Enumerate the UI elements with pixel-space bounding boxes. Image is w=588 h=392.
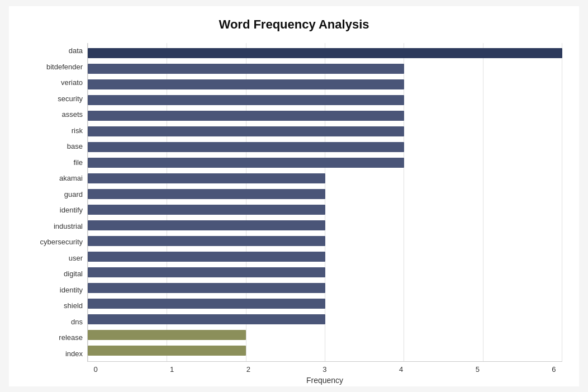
y-label-security: security [26,91,83,106]
x-tick-6: 6 [546,365,562,374]
bar-index [88,346,246,356]
bar-data [88,48,562,58]
bar-digital [88,267,325,277]
bar-shield [88,299,325,309]
chart-container: Word Frequency Analysis databitdefenderv… [9,6,579,386]
bar-row-file [88,157,562,169]
y-axis: databitdefenderveriatosecurityassetsrisk… [26,43,87,362]
y-label-identify: identify [26,203,83,218]
bar-row-industrial [88,219,562,232]
y-label-user: user [26,251,83,265]
y-label-cybersecurity: cybersecurity [26,235,83,249]
bar-veriato [88,79,404,89]
chart-title: Word Frequency Analysis [26,17,562,32]
y-label-digital: digital [26,267,83,281]
bar-security [88,95,404,105]
bar-row-security [88,94,562,106]
bar-identify [88,205,325,215]
x-axis-title: Frequency [87,376,562,385]
y-label-risk: risk [26,123,83,138]
bar-row-shield [88,297,562,310]
bar-row-dns [88,313,562,325]
bar-row-user [88,251,562,263]
bar-row-identify [88,204,562,216]
bars-wrapper [88,43,562,361]
bar-risk [88,126,404,136]
bar-bitdefender [88,64,404,74]
y-label-bitdefender: bitdefender [26,59,83,74]
bar-user [88,252,325,262]
bar-assets [88,111,404,121]
y-label-assets: assets [26,107,83,122]
bar-row-akamai [88,172,562,185]
bar-row-veriato [88,78,562,91]
x-axis-labels: 0123456 [87,362,562,374]
y-label-base: base [26,139,83,154]
bar-row-bitdefender [88,63,562,75]
bar-row-data [88,47,562,59]
x-tick-3: 3 [316,365,333,374]
bar-row-identity [88,282,562,294]
bar-row-risk [88,125,562,138]
y-label-data: data [26,44,83,58]
y-label-release: release [26,330,83,345]
bar-release [88,330,246,340]
bar-row-guard [88,188,562,200]
y-label-guard: guard [26,187,83,201]
bar-cybersecurity [88,236,325,246]
y-label-dns: dns [26,314,83,329]
y-label-industrial: industrial [26,219,83,233]
bar-base [88,142,404,152]
bar-row-assets [88,110,562,122]
bar-akamai [88,173,325,183]
bar-row-base [88,141,562,153]
x-tick-5: 5 [469,365,486,374]
y-label-veriato: veriato [26,75,83,90]
bar-row-cybersecurity [88,235,562,247]
x-tick-0: 0 [87,365,104,374]
x-tick-1: 1 [164,365,181,374]
bar-dns [88,314,325,324]
x-tick-2: 2 [240,365,257,374]
bar-row-index [88,344,562,357]
x-tick-4: 4 [393,365,410,374]
bar-file [88,158,404,168]
bar-row-release [88,329,562,341]
chart-area: databitdefenderveriatosecurityassetsrisk… [26,43,562,362]
bar-identity [88,283,325,293]
bar-industrial [88,220,325,230]
y-label-akamai: akamai [26,171,83,186]
bars-area [87,43,562,362]
y-label-identity: identity [26,282,83,297]
bar-row-digital [88,266,562,278]
y-label-shield: shield [26,299,83,313]
bar-guard [88,189,325,199]
y-label-file: file [26,155,83,169]
y-label-index: index [26,346,83,361]
